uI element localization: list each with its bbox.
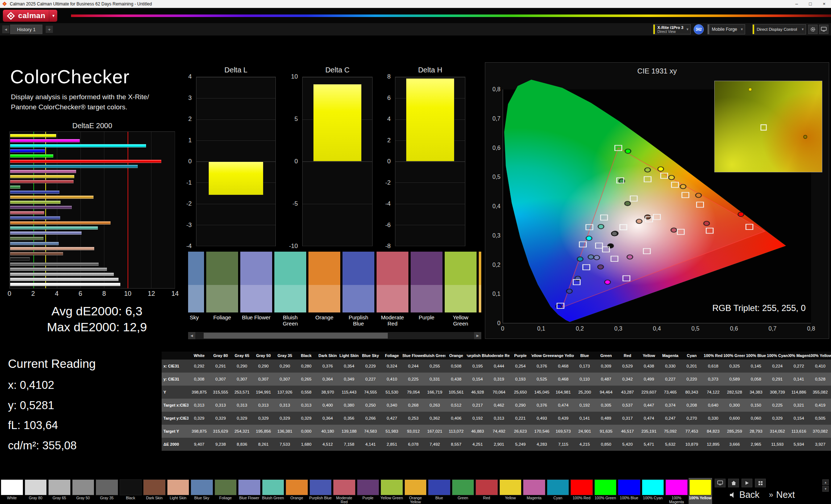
table-cell: 70,064 <box>488 386 510 399</box>
scroll-right-button[interactable]: ▶ <box>474 332 481 339</box>
back-button[interactable]: Back <box>729 490 760 500</box>
page-down-button[interactable]: ▼ <box>822 486 829 492</box>
meter-count-badge[interactable]: 342 <box>694 24 704 34</box>
deltae-bar-row <box>10 164 174 169</box>
close-button[interactable]: × <box>817 0 831 8</box>
chevron-down-icon: ▼ <box>49 10 57 22</box>
bottom-patch[interactable]: White <box>0 478 24 504</box>
chevron-down-icon: ▼ <box>685 28 690 31</box>
bottom-patch[interactable]: Magenta <box>522 478 546 504</box>
bottom-patch[interactable]: Moderate Red <box>332 478 356 504</box>
patch-swatch[interactable]: Moderate Red <box>377 252 408 327</box>
page-up-button[interactable]: ▲ <box>822 479 829 485</box>
bottom-patch-color <box>475 479 498 495</box>
settings-button[interactable] <box>808 25 818 34</box>
bottom-patch[interactable]: Blue Flower <box>237 478 261 504</box>
bottom-patch[interactable]: 100% Red <box>570 478 594 504</box>
axis-tick-label: 8 <box>102 290 106 298</box>
bottom-patch[interactable]: Green <box>451 478 475 504</box>
swatch-strip-scrollbar[interactable]: ◀ ▶ <box>188 332 481 339</box>
tab-scroll-left-button[interactable]: ◀ <box>2 25 9 33</box>
table-cell: 0,313 <box>231 399 253 412</box>
bottom-patch[interactable]: Purplish Blue <box>309 478 333 504</box>
bottom-patch[interactable]: Foliage <box>214 478 238 504</box>
table-cell: 4,141 <box>360 438 381 451</box>
deltae-bar-row <box>10 184 174 189</box>
bottom-patch-label: White <box>0 496 24 504</box>
layout-button[interactable] <box>755 479 766 487</box>
display-button[interactable] <box>715 479 726 487</box>
bottom-patch[interactable]: Gray 50 <box>71 478 95 504</box>
bottom-patch[interactable]: Yellow Green <box>380 478 404 504</box>
bottom-patch[interactable]: 100% Green <box>594 478 618 504</box>
home-button[interactable] <box>728 479 739 487</box>
bottom-patch[interactable]: Gray 80 <box>24 478 48 504</box>
display-control-dropdown[interactable]: Direct Display Control ▼ <box>752 24 806 34</box>
patch-swatch[interactable]: Purple <box>411 252 442 327</box>
patch-swatch-color <box>240 252 272 312</box>
patch-swatch[interactable]: Orange <box>308 252 340 327</box>
bottom-patch[interactable]: Orange Yellow <box>404 478 428 504</box>
axis-tick-label: 0,2 <box>576 326 584 332</box>
measured-point <box>636 219 642 223</box>
meter-dropdown[interactable]: X-Rite i1Pro 3 Direct View ▼ <box>653 24 691 34</box>
bottom-patch[interactable]: Orange <box>285 478 309 504</box>
window-layout-button[interactable] <box>819 25 828 34</box>
maximize-button[interactable]: □ <box>803 0 817 8</box>
patch-swatch[interactable]: Blue Flower <box>240 252 272 327</box>
deltae-bar-row <box>10 179 174 184</box>
scroll-left-button[interactable]: ◀ <box>188 332 195 339</box>
play-button[interactable] <box>741 479 752 487</box>
bottom-patch[interactable]: Red <box>475 478 499 504</box>
current-y-readout: y: 0,5281 <box>8 399 54 412</box>
bottom-patch[interactable]: Blue <box>427 478 451 504</box>
bottom-patch[interactable]: Light Skin <box>166 478 190 504</box>
axis-tick-label: 4 <box>55 290 59 298</box>
axis-tick-label: -8 <box>385 243 391 250</box>
patch-swatch[interactable]: Foliage <box>206 252 238 327</box>
bottom-patch-color <box>262 479 284 495</box>
patch-swatch[interactable]: Yellow Green <box>445 252 477 327</box>
table-cell: 0,489 <box>595 412 617 425</box>
table-row-label: Target x:CIE31 <box>162 399 188 412</box>
bottom-patch[interactable]: Bluish Green <box>261 478 285 504</box>
bottom-patch[interactable]: Yellow <box>499 478 523 504</box>
patch-swatch[interactable]: Blue Sky <box>188 252 204 327</box>
bottom-patch[interactable]: 100% Yellow <box>689 478 712 504</box>
patch-swatch[interactable]: Bluish Green <box>274 252 306 327</box>
table-cell: 0,325 <box>724 360 745 373</box>
table-cell: 5,420 <box>617 438 638 451</box>
tab-history-1[interactable]: History 1 <box>10 25 42 34</box>
patch-swatch[interactable]: Orange Yellow <box>479 252 481 327</box>
scrollbar-track[interactable] <box>195 332 474 339</box>
bottom-patch[interactable]: 100% Blue <box>617 478 641 504</box>
bottom-patch[interactable]: Gray 35 <box>95 478 119 504</box>
bottom-patch-color <box>499 479 522 495</box>
bottom-patch-color <box>1 479 23 495</box>
bottom-patch[interactable]: Purple <box>356 478 380 504</box>
meter-mode: Direct View <box>657 30 683 34</box>
bottom-patch[interactable]: Dark Skin <box>142 478 166 504</box>
source-dropdown[interactable]: Mobile Forge ▼ <box>707 24 745 34</box>
deltae-bar <box>10 278 119 281</box>
patch-swatch-label: Purplish Blue <box>342 312 374 327</box>
table-cell: 8,261 <box>253 438 274 451</box>
patch-swatch-label: Purple <box>411 312 442 321</box>
table-cell: 0,272 <box>788 360 810 373</box>
bottom-patch[interactable]: Black <box>119 478 143 504</box>
bottom-patch[interactable]: Gray 65 <box>47 478 71 504</box>
bottom-patch[interactable]: 100% Magenta <box>665 478 689 504</box>
table-cell: 0,268 <box>403 399 424 412</box>
bottom-patch[interactable]: 100% Cyan <box>641 478 665 504</box>
scrollbar-thumb[interactable] <box>204 333 388 339</box>
next-button[interactable]: » Next <box>769 490 795 500</box>
bottom-patch[interactable]: Cyan <box>546 478 570 504</box>
patch-swatch[interactable]: Purplish Blue <box>342 252 374 327</box>
add-tab-button[interactable]: + <box>46 26 53 33</box>
calman-logo-menu[interactable]: calman ▼ <box>3 10 57 22</box>
bottom-patch[interactable]: Blue Sky <box>190 478 214 504</box>
deltae-bar <box>10 170 76 173</box>
table-row-label: Target Y <box>162 425 188 438</box>
minimize-button[interactable]: – <box>790 0 803 8</box>
table-row-label: Target y:CIE31 <box>162 412 188 425</box>
